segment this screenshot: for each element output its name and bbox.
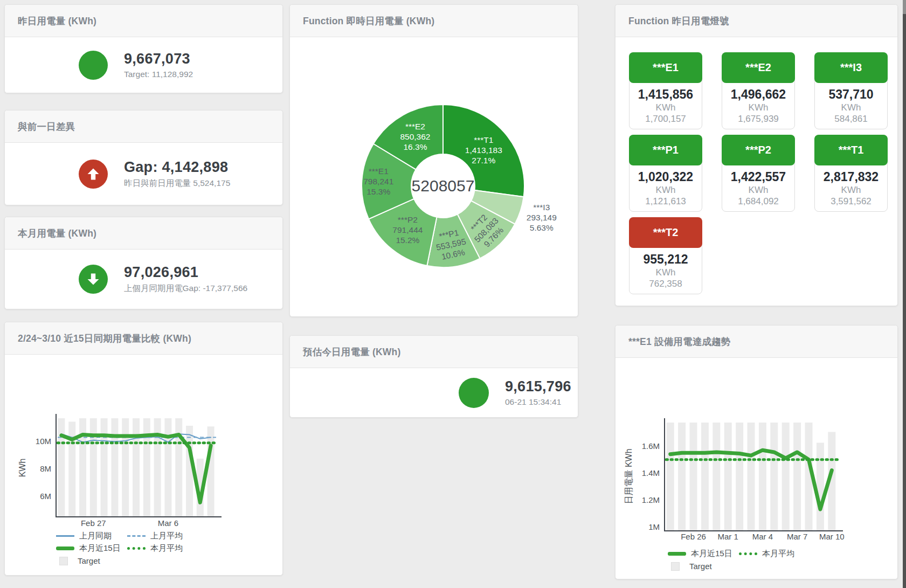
tile-value: 1,496,662: [722, 87, 794, 102]
x-tick-label: Mar 1: [718, 532, 738, 541]
tile-target: 3,591,562: [815, 196, 887, 207]
legend-label: 上月平均: [150, 531, 183, 541]
compare-line-chart: 6M8M10MFeb 27Mar 6KWh: [5, 355, 283, 532]
tile-unit: KWh: [722, 102, 794, 113]
tile-name: ***P2: [722, 135, 795, 165]
y-tick-label: 1.2M: [642, 495, 660, 504]
status-circle-icon: [79, 51, 108, 80]
legend-label: 上月同期: [79, 531, 112, 541]
svg-text:***P2: ***P2: [398, 215, 418, 224]
legend-item-dotted[interactable]: 本月平均: [127, 543, 198, 554]
card-header: 2/24~3/10 近15日同期用電量比較 (KWh): [5, 322, 282, 355]
target-bar: [186, 426, 193, 517]
card-title: 預估今日用電量 (KWh): [303, 345, 400, 358]
target-bar: [759, 423, 766, 531]
kpi-value: 9,615,796: [505, 378, 571, 395]
scrollbar[interactable]: [903, 0, 906, 588]
tile-unit: KWh: [630, 102, 702, 113]
target-bar: [713, 423, 720, 531]
card-header: 本月用電量 (KWh): [5, 217, 282, 250]
svg-text:***I3: ***I3: [533, 203, 550, 212]
tile-value: 955,212: [630, 252, 702, 267]
tile-unit: KWh: [815, 102, 887, 113]
tile-value: 1,422,557: [722, 170, 794, 184]
legend-item-dotted[interactable]: 本月平均: [739, 549, 810, 559]
svg-text:5.63%: 5.63%: [530, 223, 554, 232]
legend-swatch-icon: [127, 535, 146, 537]
y-tick-label: 6M: [40, 492, 51, 501]
target-bar: [817, 442, 824, 531]
target-bar: [143, 418, 150, 517]
y-tick-label: 1M: [648, 522, 660, 531]
tile-name: ***I3: [814, 52, 888, 83]
legend-item-dashed[interactable]: 上月平均: [127, 531, 198, 541]
y-axis-title: 日用電量 KWh: [624, 448, 633, 504]
tile-unit: KWh: [630, 267, 702, 278]
y-axis-title: KWh: [18, 459, 27, 478]
legend-item-bar[interactable]: Target: [56, 556, 127, 565]
card-title: Function 昨日用電燈號: [628, 15, 729, 27]
target-bar: [68, 421, 75, 517]
target-bar: [701, 423, 709, 531]
target-bar: [667, 423, 674, 531]
svg-text:850,362: 850,362: [400, 132, 430, 141]
scrollbar-thumb[interactable]: [903, 0, 906, 14]
target-bar: [724, 423, 732, 531]
card-forecast: 預估今日用電量 (KWh) 9,615,796 06-21 15:34:41: [289, 335, 578, 418]
legend-label: Target: [78, 556, 100, 565]
target-bar: [770, 423, 778, 531]
target-bar: [678, 423, 686, 531]
tile-name: ***T1: [814, 135, 888, 165]
target-bar: [101, 418, 108, 517]
svg-text:791,444: 791,444: [392, 225, 423, 234]
slice-label: ***I3293,1495.63%: [527, 203, 557, 232]
card-title: Function 即時日用電量 (KWh): [303, 15, 434, 27]
tile-value: 2,817,832: [815, 170, 887, 184]
card-title: 與前一日差異: [18, 120, 75, 133]
tile-unit: KWh: [722, 185, 794, 196]
svg-text:***T1: ***T1: [474, 135, 493, 144]
tile-name: ***E1: [629, 52, 702, 83]
card-title: ***E1 設備用電達成趨勢: [628, 335, 731, 348]
card-header: 與前一日差異: [5, 110, 282, 143]
kpi-subtitle: 昨日與前日用電量 5,524,175: [124, 178, 230, 189]
svg-text:15.3%: 15.3%: [366, 187, 390, 196]
card-month-usage: 本月用電量 (KWh) 97,026,961 上個月同期用電Gap: -17,3…: [4, 217, 283, 309]
tile-unit: KWh: [815, 185, 887, 196]
tile-target: 584,861: [815, 114, 887, 124]
tile-target: 1,121,613: [630, 196, 702, 207]
tile-target: 1,675,939: [722, 114, 794, 124]
tile-value: 1,415,856: [630, 87, 702, 102]
svg-text:293,149: 293,149: [527, 213, 557, 222]
target-bar: [208, 426, 215, 517]
up-arrow-icon: [79, 160, 108, 189]
card-compare-chart: 2/24~3/10 近15日同期用電量比較 (KWh) 6M8M10MFeb 2…: [4, 322, 283, 576]
legend-item-bar[interactable]: Target: [668, 562, 739, 571]
legend-label: 本月平均: [762, 549, 794, 559]
svg-text:1,413,183: 1,413,183: [465, 146, 502, 155]
kpi-value: 97,026,961: [124, 264, 247, 281]
legend-swatch-icon: [671, 562, 680, 571]
card-trend-chart: ***E1 設備用電達成趨勢 1M1.2M1.4M1.6MFeb 26Mar 1…: [615, 325, 898, 579]
dashboard: 昨日用電量 (KWh) 9,667,073 Target: 11,128,992…: [0, 0, 906, 588]
legend-swatch-icon: [59, 557, 68, 565]
tile-name: ***E2: [722, 52, 795, 83]
x-tick-label: Feb 27: [81, 518, 106, 528]
light-tile-E2: ***E21,496,662KWh1,675,939: [722, 52, 795, 129]
legend-item-line[interactable]: 本月近15日: [56, 543, 127, 554]
light-tile-P1: ***P11,020,322KWh1,121,613: [629, 135, 702, 212]
target-bar: [164, 418, 171, 517]
donut-center-total: 5208057: [412, 177, 475, 195]
status-circle-icon: [459, 378, 489, 408]
y-tick-label: 10M: [36, 437, 51, 446]
card-header: 預估今日用電量 (KWh): [290, 336, 578, 368]
y-tick-label: 8M: [40, 464, 51, 473]
x-tick-label: Mar 4: [752, 532, 773, 541]
card-header: 昨日用電量 (KWh): [5, 5, 282, 37]
light-tile-I3: ***I3537,710KWh584,861: [814, 52, 888, 129]
legend-item-line[interactable]: 本月近15日: [668, 549, 739, 559]
target-bar: [90, 418, 97, 517]
card-header: Function 昨日用電燈號: [615, 5, 897, 37]
down-arrow-icon: [79, 265, 108, 294]
legend-item-line[interactable]: 上月同期: [56, 531, 127, 541]
